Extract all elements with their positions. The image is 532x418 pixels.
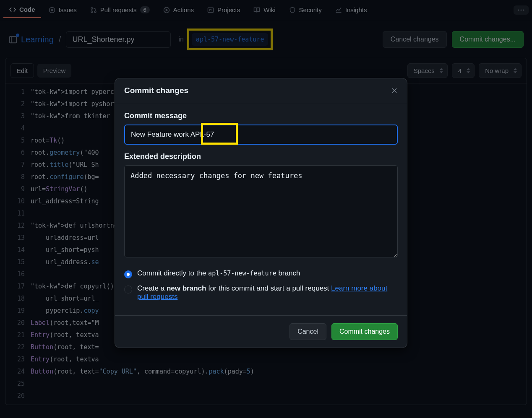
branch-highlight: apl-57-new-feature: [187, 29, 273, 50]
svg-point-8: [521, 9, 522, 10]
tab-issues[interactable]: Issues: [43, 2, 83, 18]
tab-code[interactable]: Code: [3, 2, 41, 18]
commit-changes-button[interactable]: Commit changes...: [452, 31, 524, 48]
extended-description-label: Extended description: [124, 152, 398, 161]
editor-tab-preview[interactable]: Preview: [37, 64, 71, 78]
tab-label: Code: [19, 6, 35, 13]
pulls-count-badge: 6: [140, 6, 150, 13]
radio-icon: [124, 270, 132, 278]
svg-point-9: [523, 9, 524, 10]
play-icon: [163, 7, 170, 13]
tab-pulls[interactable]: Pull requests 6: [84, 2, 156, 18]
cancel-changes-button[interactable]: Cancel changes: [383, 31, 447, 48]
tab-wiki[interactable]: Wiki: [248, 2, 281, 18]
svg-point-1: [51, 9, 52, 10]
tab-projects[interactable]: Projects: [201, 2, 246, 18]
commit-modal: Commit changes Commit message Extended d…: [115, 78, 407, 348]
breadcrumb-slash: /: [57, 35, 63, 44]
book-icon: [253, 7, 260, 13]
editor-tab-edit[interactable]: Edit: [10, 63, 34, 78]
tab-security[interactable]: Security: [283, 2, 328, 18]
extended-description-input[interactable]: [124, 165, 398, 257]
indent-select[interactable]: Spaces: [407, 63, 448, 78]
tab-label: Projects: [217, 6, 240, 13]
tab-insights[interactable]: Insights: [329, 2, 373, 18]
file-subheader: Learning / in apl-57-new-feature Cancel …: [0, 20, 532, 58]
modal-commit-button[interactable]: Commit changes: [331, 323, 398, 340]
tab-label: Issues: [59, 6, 77, 13]
tab-label: Wiki: [263, 6, 275, 13]
repo-tabnav: Code Issues Pull requests 6 Actions Proj…: [0, 0, 532, 20]
radio-new-branch[interactable]: Create a new branch for this commit and …: [124, 284, 398, 301]
tab-label: Insights: [345, 6, 367, 13]
modal-cancel-button[interactable]: Cancel: [289, 323, 326, 340]
indent-size-select[interactable]: 4: [452, 63, 475, 78]
svg-point-3: [91, 11, 93, 13]
tab-label: Actions: [173, 6, 194, 13]
commit-message-label: Commit message: [124, 112, 398, 120]
issue-icon: [49, 7, 55, 13]
tab-label: Security: [299, 6, 322, 13]
line-gutter: 1234567891011121314151617181920212223242…: [5, 83, 31, 405]
project-icon: [207, 7, 214, 13]
code-icon: [9, 6, 16, 13]
radio-commit-direct[interactable]: Commit directly to the apl-57-new-featur…: [124, 269, 398, 278]
svg-point-4: [94, 11, 96, 13]
commit-message-input[interactable]: [124, 125, 398, 145]
branch-badge: apl-57-new-feature: [192, 33, 269, 46]
pullrequest-icon: [90, 7, 97, 13]
wrap-select[interactable]: No wrap: [479, 63, 522, 78]
shield-icon: [289, 7, 296, 13]
graph-icon: [335, 7, 342, 13]
svg-point-7: [518, 9, 519, 10]
overflow-menu-button[interactable]: [514, 5, 529, 15]
tab-label: Pull requests: [100, 6, 137, 13]
radio-label: Commit directly to the apl-57-new-featur…: [137, 269, 300, 278]
filename-input[interactable]: [66, 31, 171, 48]
in-label: in: [178, 36, 183, 43]
repo-link[interactable]: Learning: [21, 35, 54, 44]
modified-indicator-icon: [16, 34, 19, 37]
svg-point-2: [91, 8, 93, 9]
close-icon[interactable]: [391, 87, 398, 94]
radio-label: Create a new branch for this commit and …: [137, 284, 398, 301]
repo-icon: [8, 35, 18, 44]
modal-title: Commit changes: [124, 86, 188, 95]
svg-rect-10: [10, 36, 17, 43]
tab-actions[interactable]: Actions: [157, 2, 200, 18]
radio-icon: [124, 286, 132, 293]
